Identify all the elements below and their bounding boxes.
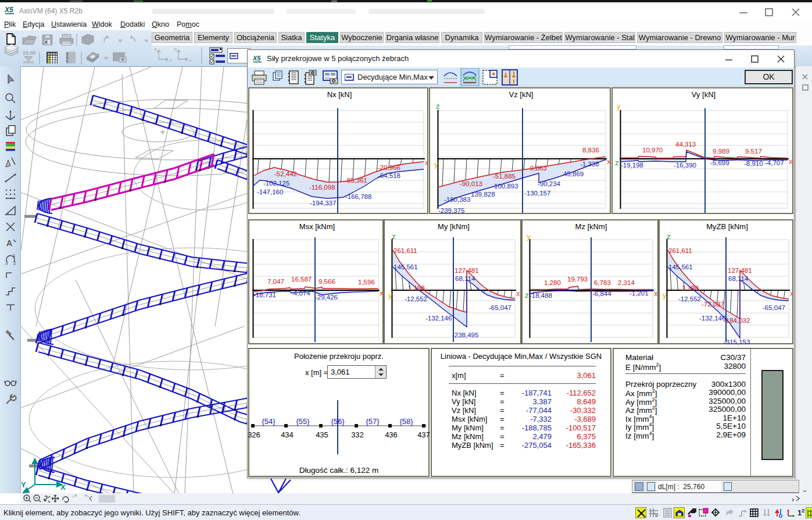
svg-text:P: P [154,47,157,52]
svg-text:u: u [189,58,191,63]
svg-text:A: A [6,238,12,248]
svg-text:u: u [169,58,171,63]
svg-text:1: 1 [13,253,16,258]
svg-text:X5: X5 [253,55,261,62]
svg-text:3: 3 [5,261,8,266]
svg-text:P: P [174,47,177,52]
svg-text:X5: X5 [5,6,13,14]
svg-text:2: 2 [13,261,16,266]
svg-text:X: X [60,483,66,491]
svg-text:Y: Y [21,480,26,489]
svg-text:±0.00: ±0.00 [23,50,35,56]
